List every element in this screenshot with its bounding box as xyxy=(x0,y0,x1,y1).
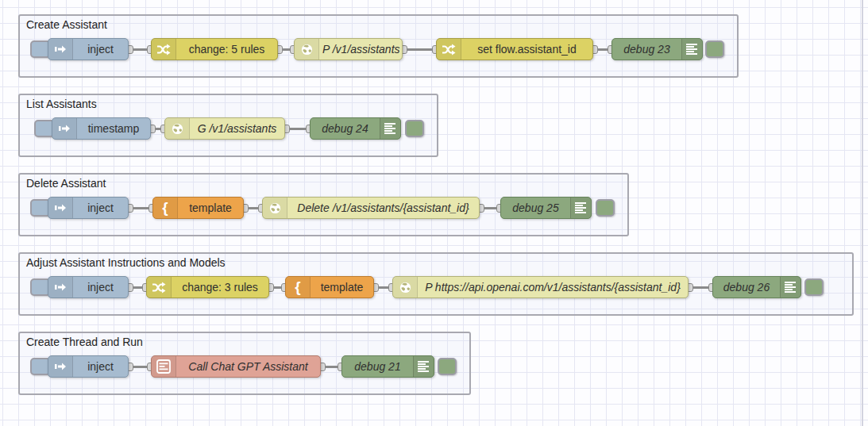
node-inject[interactable]: inject xyxy=(48,276,129,298)
inject-arrow-icon xyxy=(48,198,73,218)
inject-arrow-icon xyxy=(48,39,73,59)
node-change[interactable]: change: 3 rules xyxy=(146,276,269,298)
node-subflow-call-chatgpt[interactable]: Call Chat GPT Assistant xyxy=(151,355,321,378)
inject-arrow-icon xyxy=(48,277,73,297)
node-label: template xyxy=(311,281,373,294)
node-label: debug 21 xyxy=(342,360,413,373)
group-list-assistants[interactable]: List Assistants timestamp G /v1/assistan… xyxy=(18,94,438,157)
group-delete-assistant[interactable]: Delete Assistant inject { template Delet… xyxy=(18,173,629,236)
shuffle-icon xyxy=(147,277,172,297)
node-http-request[interactable]: P /v1/assistants xyxy=(294,38,403,60)
group-create-assistant[interactable]: Create Assistant inject change: 5 rules xyxy=(18,14,739,78)
node-change[interactable]: change: 5 rules xyxy=(151,38,278,60)
globe-icon xyxy=(393,277,418,297)
node-label: Delete /v1/assistants/{assistant_id} xyxy=(287,201,479,214)
node-inject[interactable]: inject xyxy=(48,355,129,378)
debug-list-icon xyxy=(380,118,400,139)
group-title: Delete Assistant xyxy=(26,177,106,190)
node-label: G /v1/assistants xyxy=(190,122,284,135)
node-label: inject xyxy=(73,201,128,214)
curly-brace-icon: { xyxy=(153,198,178,218)
debug-toggle-button[interactable] xyxy=(405,120,424,137)
node-label: P https://api.openai.com/v1/assistants/{… xyxy=(418,281,688,294)
shuffle-icon xyxy=(152,39,176,59)
subflow-icon xyxy=(152,356,176,377)
node-http-request[interactable]: Delete /v1/assistants/{assistant_id} xyxy=(262,197,480,219)
debug-toggle-button[interactable] xyxy=(705,40,724,58)
node-label: timestamp xyxy=(77,122,150,135)
node-debug[interactable]: debug 25 xyxy=(500,197,592,219)
node-http-request[interactable]: G /v1/assistants xyxy=(164,117,285,140)
node-debug[interactable]: debug 26 xyxy=(712,276,801,298)
node-http-request[interactable]: P https://api.openai.com/v1/assistants/{… xyxy=(392,276,689,298)
node-template[interactable]: { template xyxy=(152,197,244,219)
node-debug[interactable]: debug 23 xyxy=(611,38,703,60)
node-template[interactable]: { template xyxy=(285,276,374,298)
node-debug[interactable]: debug 24 xyxy=(310,117,401,140)
group-adjust-assistant[interactable]: Adjust Assistant Instructions and Models… xyxy=(18,252,854,316)
node-label: change: 3 rules xyxy=(172,281,268,294)
debug-toggle-button[interactable] xyxy=(438,358,457,375)
canvas-boundary-line xyxy=(862,0,863,426)
group-create-thread-and-run[interactable]: Create Thread and Run inject Call Chat G… xyxy=(18,332,471,395)
inject-arrow-icon xyxy=(48,356,73,377)
node-inject[interactable]: timestamp xyxy=(52,117,151,140)
debug-list-icon xyxy=(570,198,591,218)
globe-icon xyxy=(263,198,287,218)
node-label: debug 25 xyxy=(501,201,570,214)
node-inject[interactable]: inject xyxy=(48,197,129,219)
curly-brace-icon: { xyxy=(286,277,311,297)
node-label: debug 26 xyxy=(713,281,780,294)
node-label: debug 23 xyxy=(612,43,681,56)
shuffle-icon xyxy=(437,39,461,59)
group-title: Create Thread and Run xyxy=(26,336,143,348)
wire xyxy=(403,48,436,51)
group-title: Adjust Assistant Instructions and Models xyxy=(26,256,226,269)
node-label: Call Chat GPT Assistant xyxy=(176,360,320,373)
inject-arrow-icon xyxy=(52,118,77,139)
globe-icon xyxy=(295,39,319,59)
debug-toggle-button[interactable] xyxy=(596,199,615,217)
node-inject[interactable]: inject xyxy=(48,38,129,60)
globe-icon xyxy=(165,118,190,139)
flow-canvas[interactable]: Create Assistant inject change: 5 rules xyxy=(0,0,868,426)
node-debug[interactable]: debug 21 xyxy=(341,355,434,378)
node-label: debug 24 xyxy=(311,122,380,135)
group-title: List Assistants xyxy=(26,98,97,110)
node-label: inject xyxy=(73,43,128,56)
debug-toggle-button[interactable] xyxy=(804,278,824,296)
group-title: Create Assistant xyxy=(26,18,107,31)
node-label: change: 5 rules xyxy=(176,43,277,56)
node-label: P /v1/assistants xyxy=(319,43,402,56)
debug-list-icon xyxy=(681,39,702,59)
node-label: inject xyxy=(73,360,128,373)
node-label: template xyxy=(178,201,243,214)
node-label: set flow.assistant_id xyxy=(461,43,592,56)
debug-list-icon xyxy=(780,277,800,297)
node-label: inject xyxy=(73,281,128,294)
node-change[interactable]: set flow.assistant_id xyxy=(436,38,593,60)
debug-list-icon xyxy=(413,356,434,377)
